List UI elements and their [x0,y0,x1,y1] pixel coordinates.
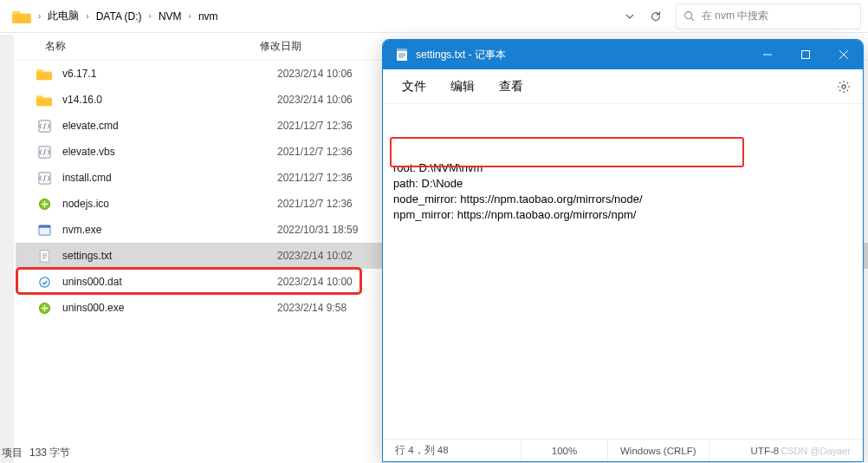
menu-view[interactable]: 查看 [487,74,535,100]
menubar: 文件 编辑 查看 [383,69,863,104]
file-date: 2021/12/7 12:36 [277,146,353,158]
breadcrumb-item[interactable]: 此电脑 [42,5,84,27]
search-placeholder: 在 nvm 中搜索 [702,9,768,23]
file-date: 2023/2/14 10:00 [277,276,353,288]
file-name: settings.txt [62,250,277,262]
editor-line: npm_mirror: https://npm.taobao.org/mirro… [393,207,852,223]
dropdown-button[interactable] [617,4,643,29]
file-date: 2022/10/31 18:59 [277,224,358,236]
zoom-level[interactable]: 100% [521,440,608,461]
chevron-right-icon: › [147,11,153,21]
column-date-header[interactable]: 修改日期 [260,39,301,54]
ico-icon [35,302,54,315]
folder-icon [35,68,54,81]
svg-point-8 [39,277,49,286]
file-date: 2023/2/14 10:02 [277,250,353,262]
gear-icon [837,80,851,94]
svg-rect-11 [397,49,407,51]
notepad-statusbar: 行 4，列 48 100% Windows (CRLF) UTF-8 CSDN … [383,439,863,461]
titlebar[interactable]: settings.txt - 记事本 [383,40,863,69]
file-name: nodejs.ico [62,198,277,210]
encoding: UTF-8 [751,446,780,456]
breadcrumb-item[interactable]: nvm [193,7,223,26]
folder-icon [12,9,31,24]
status-items: 项目 [2,446,23,460]
file-date: 2023/2/14 10:06 [277,68,353,80]
editor-line: node_mirror: https://npm.taobao.org/mirr… [393,192,852,207]
ico-icon [35,198,54,211]
txt-icon [35,250,54,263]
column-name-header[interactable]: 名称 [0,39,260,54]
file-date: 2021/12/7 12:36 [277,198,353,210]
file-name: nvm.exe [62,224,277,236]
watermark: CSDN @Dayaer [781,446,851,456]
minimize-button[interactable] [748,40,787,69]
file-name: elevate.vbs [62,146,277,158]
maximize-button[interactable] [787,40,825,69]
svg-rect-7 [40,250,49,261]
status-detail: 133 字节 [29,446,70,460]
search-icon [683,10,695,22]
notepad-icon [395,48,409,62]
script-icon [35,120,54,133]
breadcrumb-bar: › 此电脑 › DATA (D:) › NVM › nvm 在 nvm 中搜索 [0,0,868,33]
chevron-right-icon: › [187,11,193,21]
cursor-position: 行 4，列 48 [383,440,521,461]
close-button[interactable] [825,40,863,69]
file-date: 2021/12/7 12:36 [277,172,353,184]
svg-rect-12 [802,51,810,59]
svg-rect-6 [38,225,49,227]
script-icon [35,172,54,185]
editor-line: root: D:\NVM\nvm [393,160,852,176]
search-input[interactable]: 在 nvm 中搜索 [676,3,861,29]
folder-icon [35,94,54,107]
chevron-right-icon: › [84,11,90,21]
file-name: v14.16.0 [62,94,277,106]
file-name: unins000.exe [62,302,277,314]
line-ending: Windows (CRLF) [608,440,709,461]
refresh-button[interactable] [643,4,669,29]
file-name: install.cmd [62,172,277,184]
editor-line: path: D:\Node [393,176,852,192]
chevron-right-icon: › [36,11,42,21]
dat-icon [35,276,54,289]
script-icon [35,146,54,159]
file-name: v6.17.1 [62,68,277,80]
file-date: 2023/2/14 10:06 [277,94,353,106]
settings-button[interactable] [832,75,856,99]
svg-point-13 [842,84,845,88]
notepad-window: settings.txt - 记事本 文件 编辑 查看 root: D:\NVM… [382,39,864,462]
file-name: elevate.cmd [62,120,277,132]
file-date: 2021/12/7 12:36 [277,120,353,132]
breadcrumb-item[interactable]: NVM [153,7,187,26]
menu-file[interactable]: 文件 [390,74,438,100]
svg-point-0 [685,12,692,19]
exe-icon [35,224,54,237]
editor-content[interactable]: root: D:\NVM\nvmpath: D:\Nodenode_mirror… [383,104,863,439]
window-title: settings.txt - 记事本 [416,48,748,62]
menu-edit[interactable]: 编辑 [438,74,487,100]
file-name: unins000.dat [62,276,277,288]
breadcrumb-item[interactable]: DATA (D:) [91,7,147,26]
file-date: 2023/2/14 9:58 [277,302,347,314]
